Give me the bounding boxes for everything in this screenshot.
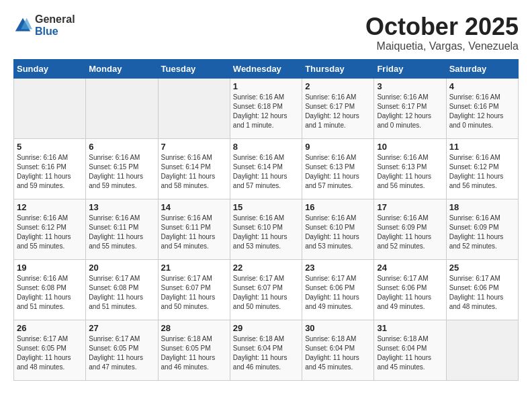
calendar-cell: 21Sunrise: 6:17 AM Sunset: 6:07 PM Dayli…	[158, 259, 230, 320]
calendar-cell: 18Sunrise: 6:16 AM Sunset: 6:09 PM Dayli…	[446, 199, 518, 259]
month-title: October 2025	[365, 13, 519, 40]
day-number: 2	[305, 81, 371, 91]
calendar-cell	[86, 78, 158, 138]
calendar-cell: 23Sunrise: 6:17 AM Sunset: 6:06 PM Dayli…	[302, 259, 374, 320]
calendar-cell: 3Sunrise: 6:16 AM Sunset: 6:17 PM Daylig…	[374, 78, 446, 138]
day-info: Sunrise: 6:17 AM Sunset: 6:06 PM Dayligh…	[449, 274, 515, 312]
calendar-cell: 12Sunrise: 6:16 AM Sunset: 6:12 PM Dayli…	[14, 199, 86, 259]
calendar-week-row: 12Sunrise: 6:16 AM Sunset: 6:12 PM Dayli…	[14, 199, 519, 259]
day-info: Sunrise: 6:18 AM Sunset: 6:04 PM Dayligh…	[305, 334, 371, 372]
weekday-header-thursday: Thursday	[302, 59, 374, 78]
day-number: 17	[377, 202, 443, 212]
calendar-cell: 14Sunrise: 6:16 AM Sunset: 6:11 PM Dayli…	[158, 199, 230, 259]
day-number: 9	[305, 142, 371, 152]
logo-icon	[13, 16, 32, 35]
day-info: Sunrise: 6:16 AM Sunset: 6:09 PM Dayligh…	[377, 214, 443, 251]
day-info: Sunrise: 6:16 AM Sunset: 6:14 PM Dayligh…	[233, 153, 299, 191]
day-number: 16	[305, 202, 371, 212]
day-number: 28	[161, 323, 227, 333]
calendar-cell: 17Sunrise: 6:16 AM Sunset: 6:09 PM Dayli…	[374, 199, 446, 259]
calendar-cell: 30Sunrise: 6:18 AM Sunset: 6:04 PM Dayli…	[302, 320, 374, 380]
calendar-cell: 11Sunrise: 6:16 AM Sunset: 6:12 PM Dayli…	[446, 138, 518, 199]
calendar-week-row: 1Sunrise: 6:16 AM Sunset: 6:18 PM Daylig…	[14, 78, 519, 138]
weekday-header-wednesday: Wednesday	[230, 59, 302, 78]
calendar-cell: 27Sunrise: 6:17 AM Sunset: 6:05 PM Dayli…	[86, 320, 158, 380]
day-info: Sunrise: 6:18 AM Sunset: 6:04 PM Dayligh…	[233, 334, 299, 372]
calendar-cell: 13Sunrise: 6:16 AM Sunset: 6:11 PM Dayli…	[86, 199, 158, 259]
day-number: 24	[377, 263, 443, 273]
logo-text: General Blue	[35, 13, 75, 37]
day-info: Sunrise: 6:16 AM Sunset: 6:17 PM Dayligh…	[305, 93, 371, 130]
day-info: Sunrise: 6:16 AM Sunset: 6:11 PM Dayligh…	[89, 214, 154, 251]
day-number: 29	[233, 323, 299, 333]
calendar-week-row: 19Sunrise: 6:16 AM Sunset: 6:08 PM Dayli…	[14, 259, 519, 320]
day-info: Sunrise: 6:17 AM Sunset: 6:06 PM Dayligh…	[377, 274, 443, 312]
day-number: 18	[449, 202, 515, 212]
logo: General Blue	[13, 13, 75, 37]
calendar-cell	[158, 78, 230, 138]
day-number: 15	[233, 202, 299, 212]
calendar-table: SundayMondayTuesdayWednesdayThursdayFrid…	[13, 59, 519, 381]
day-info: Sunrise: 6:16 AM Sunset: 6:10 PM Dayligh…	[305, 214, 371, 251]
calendar-cell: 20Sunrise: 6:17 AM Sunset: 6:08 PM Dayli…	[86, 259, 158, 320]
day-number: 13	[89, 202, 154, 212]
calendar-cell: 10Sunrise: 6:16 AM Sunset: 6:13 PM Dayli…	[374, 138, 446, 199]
calendar-cell: 29Sunrise: 6:18 AM Sunset: 6:04 PM Dayli…	[230, 320, 302, 380]
day-info: Sunrise: 6:16 AM Sunset: 6:13 PM Dayligh…	[377, 153, 443, 191]
calendar-week-row: 5Sunrise: 6:16 AM Sunset: 6:16 PM Daylig…	[14, 138, 519, 199]
calendar-cell: 8Sunrise: 6:16 AM Sunset: 6:14 PM Daylig…	[230, 138, 302, 199]
title-block: October 2025 Maiquetia, Vargas, Venezuel…	[365, 13, 519, 52]
day-number: 21	[161, 263, 227, 273]
day-number: 4	[449, 81, 515, 91]
calendar-cell	[446, 320, 518, 380]
weekday-header-saturday: Saturday	[446, 59, 518, 78]
weekday-header-sunday: Sunday	[14, 59, 86, 78]
calendar-cell: 31Sunrise: 6:18 AM Sunset: 6:04 PM Dayli…	[374, 320, 446, 380]
calendar-cell: 2Sunrise: 6:16 AM Sunset: 6:17 PM Daylig…	[302, 78, 374, 138]
day-info: Sunrise: 6:16 AM Sunset: 6:09 PM Dayligh…	[449, 214, 515, 251]
weekday-header-tuesday: Tuesday	[158, 59, 230, 78]
calendar-cell: 22Sunrise: 6:17 AM Sunset: 6:07 PM Dayli…	[230, 259, 302, 320]
day-info: Sunrise: 6:18 AM Sunset: 6:05 PM Dayligh…	[161, 334, 227, 372]
day-info: Sunrise: 6:16 AM Sunset: 6:17 PM Dayligh…	[377, 93, 443, 130]
calendar-cell: 25Sunrise: 6:17 AM Sunset: 6:06 PM Dayli…	[446, 259, 518, 320]
calendar-cell: 5Sunrise: 6:16 AM Sunset: 6:16 PM Daylig…	[14, 138, 86, 199]
day-info: Sunrise: 6:16 AM Sunset: 6:10 PM Dayligh…	[233, 214, 299, 251]
day-number: 12	[17, 202, 83, 212]
page-header: General Blue October 2025 Maiquetia, Var…	[13, 13, 519, 52]
day-info: Sunrise: 6:16 AM Sunset: 6:16 PM Dayligh…	[449, 93, 515, 130]
day-info: Sunrise: 6:17 AM Sunset: 6:07 PM Dayligh…	[233, 274, 299, 312]
calendar-cell: 24Sunrise: 6:17 AM Sunset: 6:06 PM Dayli…	[374, 259, 446, 320]
day-number: 3	[377, 81, 443, 91]
day-info: Sunrise: 6:16 AM Sunset: 6:11 PM Dayligh…	[161, 214, 227, 251]
calendar-cell: 7Sunrise: 6:16 AM Sunset: 6:14 PM Daylig…	[158, 138, 230, 199]
calendar-cell: 16Sunrise: 6:16 AM Sunset: 6:10 PM Dayli…	[302, 199, 374, 259]
calendar-cell: 4Sunrise: 6:16 AM Sunset: 6:16 PM Daylig…	[446, 78, 518, 138]
calendar-week-row: 26Sunrise: 6:17 AM Sunset: 6:05 PM Dayli…	[14, 320, 519, 380]
day-number: 6	[89, 142, 154, 152]
day-number: 7	[161, 142, 227, 152]
calendar-cell: 9Sunrise: 6:16 AM Sunset: 6:13 PM Daylig…	[302, 138, 374, 199]
day-info: Sunrise: 6:16 AM Sunset: 6:12 PM Dayligh…	[17, 214, 83, 251]
day-number: 1	[233, 81, 299, 91]
day-number: 23	[305, 263, 371, 273]
day-number: 20	[89, 263, 154, 273]
calendar-cell: 28Sunrise: 6:18 AM Sunset: 6:05 PM Dayli…	[158, 320, 230, 380]
day-info: Sunrise: 6:16 AM Sunset: 6:12 PM Dayligh…	[449, 153, 515, 191]
day-number: 25	[449, 263, 515, 273]
day-info: Sunrise: 6:17 AM Sunset: 6:08 PM Dayligh…	[89, 274, 154, 312]
day-number: 30	[305, 323, 371, 333]
day-info: Sunrise: 6:17 AM Sunset: 6:07 PM Dayligh…	[161, 274, 227, 312]
calendar-cell: 19Sunrise: 6:16 AM Sunset: 6:08 PM Dayli…	[14, 259, 86, 320]
day-info: Sunrise: 6:17 AM Sunset: 6:05 PM Dayligh…	[17, 334, 83, 372]
day-number: 27	[89, 323, 154, 333]
day-info: Sunrise: 6:16 AM Sunset: 6:15 PM Dayligh…	[89, 153, 154, 191]
day-number: 14	[161, 202, 227, 212]
day-number: 31	[377, 323, 443, 333]
day-number: 19	[17, 263, 83, 273]
calendar-cell: 6Sunrise: 6:16 AM Sunset: 6:15 PM Daylig…	[86, 138, 158, 199]
day-info: Sunrise: 6:17 AM Sunset: 6:06 PM Dayligh…	[305, 274, 371, 312]
day-info: Sunrise: 6:16 AM Sunset: 6:16 PM Dayligh…	[17, 153, 83, 191]
day-info: Sunrise: 6:16 AM Sunset: 6:08 PM Dayligh…	[17, 274, 83, 312]
day-info: Sunrise: 6:16 AM Sunset: 6:14 PM Dayligh…	[161, 153, 227, 191]
